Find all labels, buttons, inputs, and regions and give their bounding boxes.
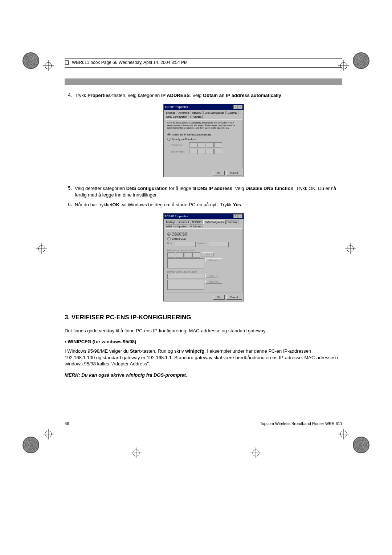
- cancel-button[interactable]: Cancel: [226, 171, 242, 175]
- tab-bindings[interactable]: Bindings: [165, 111, 177, 114]
- page-number: 66: [65, 421, 69, 426]
- step-4: 4. Trykk Properties-tasten, velg kategor…: [65, 92, 342, 99]
- product-name: Topcom Wireless Broadband Router WBR 611: [260, 421, 342, 426]
- tab-advanced[interactable]: Advanced: [177, 111, 190, 114]
- crop-mark-icon: [345, 243, 356, 255]
- crop-mark-icon: [338, 429, 349, 441]
- remove-button[interactable]: Remove: [205, 258, 222, 262]
- book-icon: [65, 60, 70, 65]
- crop-mark-icon: [250, 447, 261, 459]
- section-heading: 3. VERIFISER PC-ENS IP-KONFIGURERING: [65, 314, 342, 321]
- tab-dns-configuration[interactable]: DNS Configuration: [203, 111, 226, 114]
- tcpip-properties-dialog-ipaddress: TCP/IP Properties ? × Bindings Advanced …: [163, 104, 244, 178]
- page-header: WBR611.book Page 66 Wednesday, April 14,…: [65, 59, 342, 67]
- label-ip-address: IP Address:: [171, 144, 189, 146]
- suffix-list: [167, 280, 204, 290]
- header-text: WBR611.book Page 66 Wednesday, April 14,…: [72, 60, 188, 65]
- tab-advanced[interactable]: Advanced: [177, 220, 190, 224]
- tab-bindings[interactable]: Bindings: [165, 220, 177, 224]
- radio-enable-dns[interactable]: Enable DNS: [167, 237, 240, 240]
- paragraph: Det finnes gode verktøy til å finne PC-e…: [65, 328, 342, 334]
- tab-gateway[interactable]: Gateway: [226, 111, 238, 114]
- tab-ip-address[interactable]: IP Address: [189, 115, 203, 119]
- dialog-title: TCP/IP Properties: [165, 105, 188, 109]
- dns-ip-input: [167, 252, 201, 258]
- label-host: Host:: [167, 242, 174, 244]
- label-dns-search-order: DNS Server Search Order: [167, 249, 240, 252]
- dialog-hint: An IP address can be automatically assig…: [167, 122, 240, 130]
- step-number: 6.: [65, 202, 72, 208]
- tab-dns-configuration[interactable]: DNS Configuration: [203, 220, 226, 224]
- dialog-tabs: Bindings Advanced NetBIOS DNS Configurat…: [164, 110, 244, 119]
- label-suffix-search-order: Domain Suffix Search Order: [167, 271, 240, 273]
- registration-coin: [353, 52, 369, 69]
- paragraph: I Windows 95/98/ME velger du Start-taste…: [65, 348, 342, 367]
- header-rule: [65, 67, 342, 68]
- remove-button[interactable]: Remove: [205, 280, 222, 284]
- header-rule: [65, 58, 342, 58]
- note: MERK: Du kan også skrive winipcfg fra DO…: [65, 372, 342, 378]
- tab-wins-configuration[interactable]: WINS Configuration: [165, 115, 188, 119]
- tab-wins-configuration[interactable]: WINS Configuration: [165, 224, 188, 228]
- tab-gateway[interactable]: Gateway: [226, 220, 238, 224]
- section-bar: [65, 78, 342, 85]
- step-number: 4.: [65, 92, 72, 99]
- ip-address-input: [189, 142, 222, 147]
- domain-input: [208, 242, 229, 247]
- step-number: 5.: [65, 185, 72, 198]
- sub-heading: • WINIPCFG (for windows 95/98): [65, 339, 342, 344]
- host-input: [175, 242, 196, 247]
- crop-mark-icon: [36, 243, 47, 255]
- step-6: 6. Når du har trykketOK, vil Windows be …: [65, 202, 342, 208]
- add-button[interactable]: Add: [205, 274, 218, 278]
- crop-mark-icon: [43, 429, 54, 441]
- dialog-title: TCP/IP Properties: [165, 215, 188, 218]
- ok-button[interactable]: OK: [213, 171, 225, 175]
- tab-ip-address[interactable]: IP Address: [189, 224, 203, 228]
- step-5: 5. Velg deretter kategorien DNS configur…: [65, 185, 342, 198]
- label-subnet-mask: Subnet Mask:: [171, 150, 189, 153]
- page-footer: 66 Topcom Wireless Broadband Router WBR …: [65, 421, 342, 426]
- radio-disable-dns[interactable]: Disable DNS: [167, 232, 240, 236]
- close-icon[interactable]: ×: [238, 105, 242, 109]
- crop-mark-icon: [131, 447, 142, 459]
- crop-mark-icon: [43, 60, 54, 72]
- subnet-mask-input: [189, 149, 222, 154]
- registration-coin: [353, 437, 369, 453]
- ok-button[interactable]: OK: [213, 295, 225, 300]
- registration-coin: [23, 52, 39, 69]
- help-icon[interactable]: ?: [233, 214, 238, 218]
- suffix-input: [167, 274, 204, 279]
- label-domain: Domain:: [197, 242, 207, 244]
- tab-netbios[interactable]: NetBIOS: [191, 220, 203, 224]
- registration-coin: [23, 437, 39, 453]
- cancel-button[interactable]: Cancel: [226, 295, 242, 300]
- radio-specify-ip[interactable]: Specify an IP address:: [167, 138, 240, 141]
- dialog-tabs: Bindings Advanced NetBIOS DNS Configurat…: [164, 219, 244, 228]
- tcpip-properties-dialog-dns: TCP/IP Properties ? × Bindings Advanced …: [163, 213, 244, 301]
- add-button[interactable]: Add: [202, 252, 214, 256]
- dns-list: [167, 258, 204, 268]
- help-icon[interactable]: ?: [233, 105, 238, 109]
- radio-obtain-ip-auto[interactable]: Obtain an IP address automatically: [167, 133, 240, 136]
- close-icon[interactable]: ×: [238, 214, 242, 218]
- tab-netbios[interactable]: NetBIOS: [191, 111, 203, 114]
